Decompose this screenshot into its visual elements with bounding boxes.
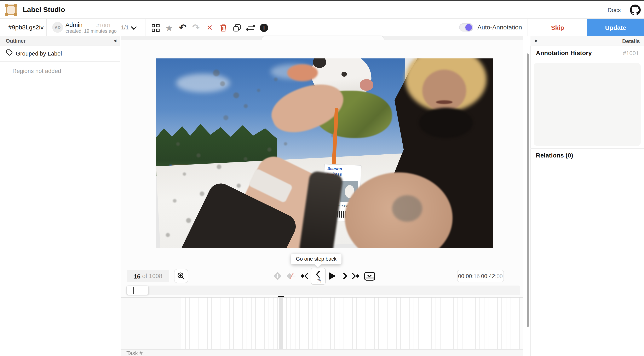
info-button[interactable]: i	[259, 23, 269, 33]
speckle	[223, 116, 228, 120]
frame-tick	[304, 298, 308, 349]
zoom-in-button[interactable]	[174, 269, 188, 283]
frame-tick	[418, 298, 423, 349]
frame-tick	[260, 298, 264, 349]
vertical-scrollbar[interactable]	[527, 54, 529, 327]
frame-tick	[194, 298, 199, 349]
prev-keyframe-button[interactable]	[300, 272, 310, 280]
chevron-right-icon	[342, 272, 349, 280]
frame-tick	[300, 298, 304, 349]
frame-tick	[308, 298, 313, 349]
redo-button[interactable]: ↷	[191, 23, 201, 33]
duplicate-button[interactable]	[232, 23, 242, 33]
frame-tick	[370, 298, 374, 349]
frame-tick	[401, 298, 405, 349]
frame-tick	[322, 298, 326, 349]
reject-button[interactable]: ✕	[205, 23, 215, 33]
frame-tick	[383, 298, 388, 349]
keyframe-cut-icon	[286, 272, 297, 280]
divider	[530, 148, 644, 149]
badge-title-1: Season	[327, 167, 342, 171]
current-time-field[interactable]: 00:00:16	[457, 270, 481, 282]
play-button[interactable]	[328, 272, 336, 280]
speckle	[267, 148, 271, 152]
skip-button[interactable]: Skip	[528, 19, 587, 36]
timeline-minimap[interactable]	[126, 286, 520, 295]
total-frames: 1008	[149, 273, 162, 279]
grid-view-button[interactable]	[150, 23, 160, 33]
frame-tick	[238, 298, 243, 349]
user-name: Admin	[66, 22, 82, 28]
frame-separator: of	[142, 273, 147, 279]
grid-icon	[152, 24, 159, 32]
frame-tick	[282, 298, 286, 349]
frame-tick	[216, 298, 221, 349]
total-time-field: 00:42:00	[480, 270, 504, 282]
minimap-viewport-handle[interactable]	[126, 286, 149, 295]
redo-icon: ↷	[192, 23, 200, 32]
collapse-left-icon[interactable]: ◀	[114, 38, 116, 43]
grouping-label: Grouped by Label	[16, 50, 62, 57]
speckle	[176, 142, 180, 146]
timeline-collapse-button[interactable]	[364, 272, 375, 280]
remove-keyframe-button[interactable]	[286, 272, 297, 280]
created-timestamp: created, 19 minutes ago	[66, 28, 117, 34]
frame-tick	[264, 298, 269, 349]
playhead-marker[interactable]	[278, 296, 284, 297]
undo-icon: ↶	[179, 23, 187, 32]
frame-tick	[348, 298, 352, 349]
avatar[interactable]: AD	[52, 22, 63, 33]
speckle	[213, 70, 220, 76]
update-button[interactable]: Update	[587, 19, 644, 36]
person-mouth	[436, 100, 452, 104]
frame-counter[interactable]: 16 of 1008	[127, 270, 169, 282]
frame-tick	[427, 298, 432, 349]
frame-tick	[361, 298, 366, 349]
frame-tick	[405, 298, 410, 349]
annotation-history-id: #1001	[530, 50, 639, 56]
frame-tick	[247, 298, 251, 349]
app-header: Label Studio Docs	[0, 1, 644, 19]
copy-icon	[233, 24, 241, 32]
task-id[interactable]: #9pb8Lgs2iv	[8, 24, 44, 31]
relations-button[interactable]	[246, 23, 256, 33]
frame-tick	[388, 298, 392, 349]
speckle	[244, 104, 248, 108]
frame-tick	[480, 298, 484, 349]
fist-shadow-dot	[392, 195, 422, 222]
frame-tick	[243, 298, 247, 349]
play-icon	[328, 272, 336, 280]
info-icon: i	[260, 24, 268, 32]
frame-tick	[476, 298, 480, 349]
label-studio-logo-icon[interactable]	[6, 4, 16, 15]
frame-tick	[498, 298, 502, 349]
docs-link[interactable]: Docs	[608, 7, 621, 13]
annotation-history-empty-area	[534, 63, 641, 146]
frame-tick	[286, 298, 291, 349]
github-icon[interactable]	[630, 4, 641, 15]
frame-tick	[502, 298, 506, 349]
toggle-knob[interactable]	[466, 24, 472, 31]
star-button[interactable]: ★	[164, 23, 174, 33]
video-canvas[interactable]: Season Pass RATATOUILLE BOWERS	[156, 58, 493, 248]
handler-fingers	[288, 64, 318, 81]
label-studio-window: Label Studio Docs #9pb8Lgs2iv AD Admin #…	[0, 0, 644, 356]
frame-tick	[326, 298, 330, 349]
star-icon: ★	[165, 24, 173, 32]
speckle	[200, 191, 204, 196]
frame-tick	[357, 298, 361, 349]
delete-button[interactable]	[218, 23, 228, 33]
playhead-column[interactable]	[279, 298, 283, 349]
frame-tick	[340, 298, 344, 349]
total-time-frames: :00	[495, 273, 503, 279]
next-keyframe-button[interactable]	[350, 272, 360, 280]
speckle	[172, 199, 176, 203]
minimap-position-caret	[133, 287, 134, 294]
step-forward-button[interactable]	[341, 272, 349, 280]
timeline-frame-grid[interactable]	[181, 298, 520, 349]
undo-button[interactable]: ↶	[178, 23, 188, 33]
speckle	[216, 165, 221, 169]
timeline-gutter	[120, 298, 181, 349]
add-keyframe-button[interactable]	[273, 272, 282, 280]
speckle	[183, 172, 186, 176]
